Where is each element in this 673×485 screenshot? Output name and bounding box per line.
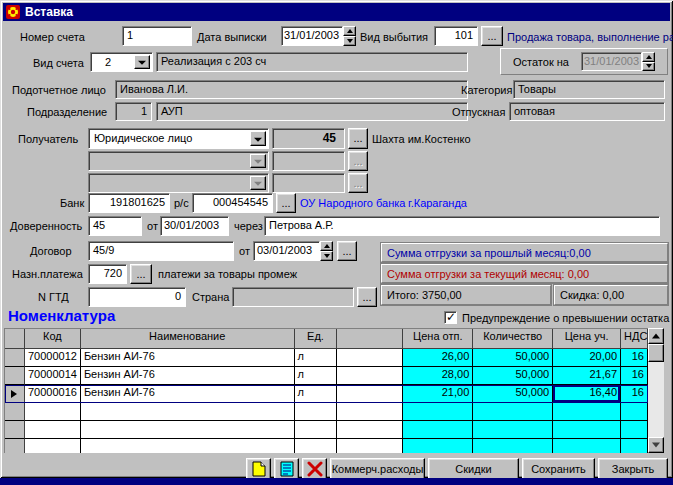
total-info: Итого: 3750,00 xyxy=(381,285,551,305)
poa-via-label: через xyxy=(234,220,263,234)
table-header-row: Код Наименование Ед. Цена отп. Количеств… xyxy=(5,329,648,349)
recipient-code-3 xyxy=(272,173,345,193)
recipient-browse-button-3: ... xyxy=(348,173,368,193)
commercial-expenses-button[interactable]: Коммерч.расходы xyxy=(330,458,425,480)
header-vat: НДС xyxy=(621,329,648,349)
contract-label: Договор xyxy=(30,245,72,259)
save-button[interactable]: Сохранить xyxy=(522,458,595,480)
poa-number-input[interactable]: 45 xyxy=(88,216,142,236)
payment-purpose-input[interactable]: 720 xyxy=(88,264,127,284)
contract-browse-button[interactable]: ... xyxy=(337,241,357,261)
balance-on-label: Остаток на xyxy=(513,56,569,70)
bank-rs-label: р/с xyxy=(174,197,189,211)
window-title: Вставка xyxy=(25,5,73,19)
header-selector xyxy=(5,329,25,349)
document-lines-icon xyxy=(280,461,294,477)
table-row[interactable]: 70000014 Бензин АИ-76 л 28,00 50,000 21,… xyxy=(5,367,648,385)
poa-label: Доверенность xyxy=(10,220,82,234)
table-row[interactable]: 70000012 Бензин АИ-76 л 26,00 50,000 20,… xyxy=(5,349,648,367)
header-extra xyxy=(337,329,403,349)
recipient-type-value: Юридическое лицо xyxy=(94,132,250,144)
account-type-combobox[interactable]: 2 xyxy=(90,52,153,72)
disposal-type-input[interactable]: 101 xyxy=(434,26,478,46)
contract-date-input[interactable]: 03/01/2003 xyxy=(253,241,320,261)
table-row-empty[interactable] xyxy=(5,439,648,453)
table-row-empty[interactable] xyxy=(5,421,648,439)
nomenclature-title: Номенклатура xyxy=(8,307,115,324)
contract-number-input[interactable]: 45/9 xyxy=(88,241,234,261)
recipient-label: Получатель xyxy=(18,133,78,147)
poa-date-input[interactable]: 30/01/2003 xyxy=(160,216,229,236)
discounts-button[interactable]: Скидки xyxy=(428,458,519,480)
recipient-combobox-2 xyxy=(88,151,269,171)
discount-info: Скидка: 0,00 xyxy=(554,285,668,305)
bank-code-input[interactable]: 191801625 xyxy=(88,193,170,213)
insert-dialog-window: Вставка Номер счета 1 Дата выписки 31/01… xyxy=(0,0,673,478)
category-label: Категория xyxy=(461,84,512,98)
department-code: 1 xyxy=(115,102,152,121)
department-label: Подразделение xyxy=(27,106,107,120)
scrollbar-thumb[interactable] xyxy=(648,344,664,362)
balance-panel: Остаток на 31/01/2003 xyxy=(500,48,668,75)
poa-from-label: от xyxy=(147,220,158,234)
close-button[interactable]: Закрыть xyxy=(598,458,668,480)
payment-purpose-label: Назн.платежа xyxy=(12,268,83,282)
recipient-browse-button[interactable]: ... xyxy=(348,128,368,149)
chevron-down-icon xyxy=(250,154,266,168)
disposal-type-label: Вид выбытия xyxy=(360,31,428,45)
statement-date-spinner[interactable] xyxy=(343,26,356,46)
poa-person-input[interactable]: Петрова А.Р. xyxy=(264,216,660,236)
header-code: Код xyxy=(25,329,81,349)
bank-rs-input[interactable]: 000454545 xyxy=(192,193,273,213)
chevron-down-icon[interactable] xyxy=(250,131,266,146)
header-acc-price: Цена уч. xyxy=(553,329,621,349)
selling-price-value: оптовая xyxy=(509,102,665,121)
header-name: Наименование xyxy=(81,329,295,349)
contract-date-spinner[interactable] xyxy=(320,241,333,261)
table-row-selected[interactable]: 70000016 Бензин АИ-76 л 21,00 50,000 16,… xyxy=(5,385,648,403)
gtd-label: N ГТД xyxy=(38,291,69,305)
shipment-curr-month-info: Сумма отгрузки за текущий месяц: 0,00 xyxy=(381,264,668,283)
statement-date-input[interactable]: 31/01/2003 xyxy=(281,26,343,46)
gtd-input[interactable]: 0 xyxy=(88,287,186,307)
bank-city: г.Караганда xyxy=(408,197,467,211)
stock-warning-checkbox-label: Предупреждение о превышении остатка xyxy=(462,312,669,326)
accountable-person-value: Иванова Л.И. xyxy=(115,80,468,99)
country-value xyxy=(232,287,354,307)
header-quantity: Количество xyxy=(473,329,553,349)
title-bar[interactable]: Вставка xyxy=(3,3,670,21)
balance-on-date: 31/01/2003 xyxy=(581,52,642,71)
delete-cross-icon xyxy=(307,461,323,477)
payment-purpose-browse-button[interactable]: ... xyxy=(130,264,152,284)
recipient-type-combobox[interactable]: Юридическое лицо xyxy=(88,128,269,149)
scroll-down-icon[interactable] xyxy=(648,437,664,453)
chevron-down-icon[interactable] xyxy=(134,55,150,69)
account-number-label: Номер счета xyxy=(20,31,85,45)
bank-browse-button[interactable]: ... xyxy=(276,193,296,213)
country-label: Страна xyxy=(192,291,229,305)
balance-on-spinner xyxy=(642,52,655,71)
chevron-down-icon xyxy=(250,176,266,190)
category-value: Товары xyxy=(513,80,665,99)
account-number-input[interactable]: 1 xyxy=(122,26,192,46)
account-type-label: Вид счета xyxy=(33,57,84,71)
window-icon xyxy=(6,5,20,19)
view-document-button[interactable] xyxy=(274,458,299,480)
contract-from-label: от xyxy=(239,245,250,259)
disposal-type-browse-button[interactable]: ... xyxy=(481,26,503,46)
recipient-combobox-3 xyxy=(88,173,269,193)
focused-cell[interactable]: 16,40 xyxy=(553,385,621,403)
recipient-code-2 xyxy=(272,151,345,171)
table-row-empty[interactable] xyxy=(5,403,648,421)
account-type-value: 2 xyxy=(105,56,134,68)
delete-button[interactable] xyxy=(302,458,327,480)
scroll-up-icon[interactable] xyxy=(648,328,664,344)
table-vertical-scrollbar[interactable] xyxy=(648,328,664,453)
nomenclature-table: Код Наименование Ед. Цена отп. Количеств… xyxy=(4,328,648,453)
new-document-button[interactable] xyxy=(246,458,271,480)
statement-date-label: Дата выписки xyxy=(197,31,267,45)
bank-label: Банк xyxy=(60,197,84,211)
stock-warning-checkbox[interactable] xyxy=(444,311,457,324)
country-browse-button[interactable]: ... xyxy=(357,287,377,307)
department-name: АУП xyxy=(156,102,468,121)
